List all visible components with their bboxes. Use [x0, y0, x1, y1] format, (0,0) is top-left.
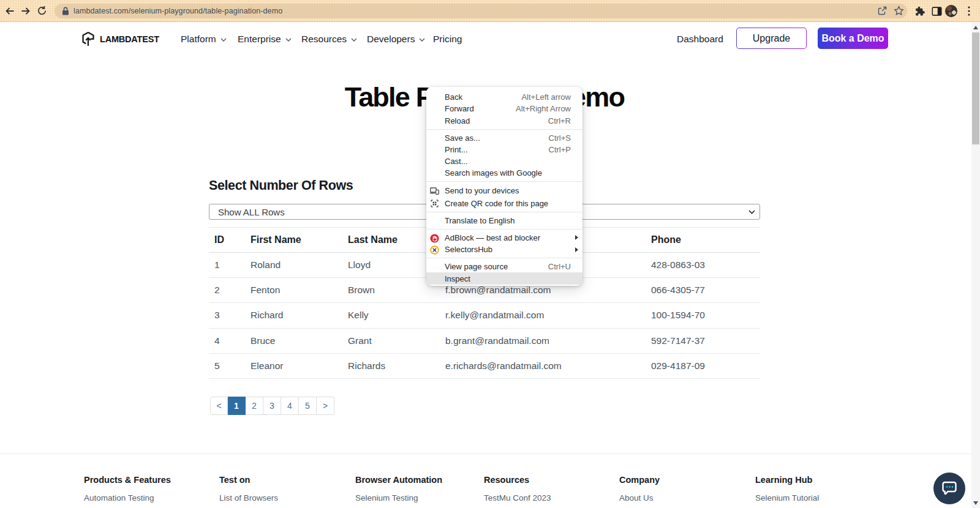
- chevron-down-icon: [419, 38, 425, 42]
- upgrade-button[interactable]: Upgrade: [736, 28, 807, 49]
- scrollbar-up-arrow[interactable]: [973, 26, 978, 29]
- pagination-next[interactable]: >: [317, 397, 334, 415]
- context-menu-item-reload[interactable]: Reload Ctrl+R: [426, 115, 582, 127]
- context-menu-item-adblock[interactable]: AdBlock — best ad blocker: [426, 232, 582, 244]
- puzzle-icon: [914, 6, 925, 17]
- cell-phone: 066-4305-77: [646, 278, 760, 303]
- context-menu-item-cast[interactable]: Cast...: [426, 155, 582, 167]
- menu-item-shortcut: Ctrl+R: [548, 116, 571, 125]
- dashboard-label: Dashboard: [677, 34, 723, 45]
- table-row: 4 Bruce Grant b.grant@randatmail.com 592…: [209, 328, 760, 353]
- share-icon: [877, 6, 888, 16]
- book-a-demo-button[interactable]: Book a Demo: [818, 28, 888, 49]
- browser-forward-button[interactable]: [18, 2, 34, 20]
- menu-item-label: Print...: [445, 145, 468, 154]
- browser-back-button[interactable]: [2, 2, 18, 20]
- qr-code-icon: [430, 199, 439, 208]
- page-scrollbar[interactable]: [971, 23, 980, 508]
- cell-id: 1: [209, 253, 245, 278]
- select-rows-heading: Select Number Of Rows: [209, 178, 353, 193]
- cell-last-name: Richards: [342, 353, 440, 378]
- address-bar[interactable]: lambdatest.com/selenium-playground/table…: [55, 4, 907, 18]
- col-header-id: ID: [209, 228, 245, 253]
- col-header-first-name: First Name: [245, 228, 342, 253]
- lock-icon: [62, 7, 69, 15]
- cell-last-name: Kelly: [342, 303, 440, 328]
- col-header-phone: Phone: [646, 228, 760, 253]
- side-panel-button[interactable]: [929, 2, 944, 20]
- context-menu-item-translate[interactable]: Translate to English: [426, 215, 582, 226]
- footer-link[interactable]: About Us: [619, 493, 654, 502]
- browser-reload-button[interactable]: [34, 2, 50, 20]
- context-menu-item-print[interactable]: Print... Ctrl+P: [426, 144, 582, 155]
- cell-first-name: Richard: [245, 303, 342, 328]
- context-menu-item-save-as[interactable]: Save as... Ctrl+S: [426, 132, 582, 143]
- submenu-arrow-icon: [575, 247, 578, 252]
- pagination-prev[interactable]: <: [210, 397, 228, 415]
- cell-first-name: Bruce: [245, 328, 342, 353]
- table-row: 5 Eleanor Richards e.richards@randatmail…: [209, 353, 760, 378]
- menu-item-shortcut: Ctrl+P: [549, 145, 571, 154]
- nav-item-enterprise[interactable]: Enterprise: [238, 34, 292, 45]
- footer-link[interactable]: List of Browsers: [219, 493, 278, 502]
- chat-widget-button[interactable]: [933, 473, 965, 504]
- profile-avatar[interactable]: [945, 5, 957, 17]
- context-menu-item-inspect[interactable]: Inspect: [426, 272, 582, 284]
- pagination-page-5[interactable]: 5: [299, 397, 317, 415]
- pagination-page-1[interactable]: 1: [228, 397, 246, 415]
- side-panel-icon: [932, 6, 942, 17]
- menu-item-label: Inspect: [445, 274, 470, 283]
- bookmark-button[interactable]: [891, 4, 906, 18]
- cell-first-name: Fenton: [245, 278, 342, 303]
- context-menu-item-create-qr[interactable]: Create QR code for this page: [426, 197, 582, 210]
- extensions-button[interactable]: [911, 2, 927, 20]
- menu-separator: [426, 129, 582, 130]
- cell-phone: 029-4187-09: [646, 353, 760, 378]
- cell-id: 4: [209, 328, 245, 353]
- chat-bubble-icon: [941, 480, 958, 496]
- share-button[interactable]: [875, 4, 889, 18]
- scrollbar-down-arrow[interactable]: [973, 501, 978, 505]
- footer-link[interactable]: TestMu Conf 2023: [484, 493, 551, 502]
- dashboard-link[interactable]: Dashboard: [677, 34, 723, 45]
- browser-menu-button[interactable]: [962, 2, 976, 20]
- footer-link[interactable]: Selenium Tutorial: [755, 493, 819, 502]
- adblock-icon: [430, 234, 439, 243]
- nav-item-resources[interactable]: Resources: [301, 34, 357, 45]
- lambdatest-logo[interactable]: LAMBDATEST: [81, 31, 159, 47]
- pagination: < 1 2 3 4 5 >: [210, 397, 334, 415]
- book-a-demo-label: Book a Demo: [821, 33, 884, 44]
- pagination-page-4[interactable]: 4: [281, 397, 299, 415]
- forward-icon: [20, 6, 31, 17]
- context-menu-item-back[interactable]: Back Alt+Left arrow: [426, 91, 582, 103]
- context-menu-item-selectorshub[interactable]: SelectorsHub: [426, 244, 582, 255]
- cell-email: r.kelly@randatmail.com: [440, 303, 646, 328]
- footer-heading: Test on: [219, 475, 250, 485]
- pagination-page-2[interactable]: 2: [246, 397, 263, 415]
- footer-link[interactable]: Automation Testing: [84, 493, 154, 502]
- scrollbar-thumb[interactable]: [972, 32, 979, 144]
- reload-icon: [37, 6, 47, 16]
- footer-link[interactable]: Selenium Testing: [355, 493, 418, 502]
- context-menu-item-send-to-devices[interactable]: Send to your devices: [426, 184, 582, 197]
- context-menu-item-search-images[interactable]: Search images with Google: [426, 167, 582, 179]
- nav-item-label: Platform: [181, 34, 216, 45]
- context-menu-item-forward[interactable]: Forward Alt+Right Arrow: [426, 103, 582, 114]
- nav-item-developers[interactable]: Developers: [367, 34, 425, 45]
- cell-id: 5: [209, 353, 245, 378]
- nav-item-platform[interactable]: Platform: [181, 34, 227, 45]
- menu-item-shortcut: Alt+Right Arrow: [516, 104, 571, 113]
- menu-item-label: Save as...: [445, 133, 480, 143]
- pagination-page-3[interactable]: 3: [263, 397, 281, 415]
- bookmark-star-icon: [894, 6, 904, 16]
- site-footer: Products & Features Automation Testing T…: [0, 454, 971, 508]
- cell-last-name: Brown: [342, 278, 440, 303]
- lambdatest-logo-icon: [81, 31, 95, 47]
- nav-item-label: Resources: [301, 34, 347, 45]
- nav-item-pricing[interactable]: Pricing: [433, 34, 462, 45]
- cell-phone: 100-1594-70: [646, 303, 760, 328]
- footer-heading: Company: [619, 475, 660, 485]
- devices-icon: [430, 186, 439, 195]
- context-menu-item-view-source[interactable]: View page source Ctrl+U: [426, 261, 582, 272]
- browser-toolbar: lambdatest.com/selenium-playground/table…: [0, 0, 980, 22]
